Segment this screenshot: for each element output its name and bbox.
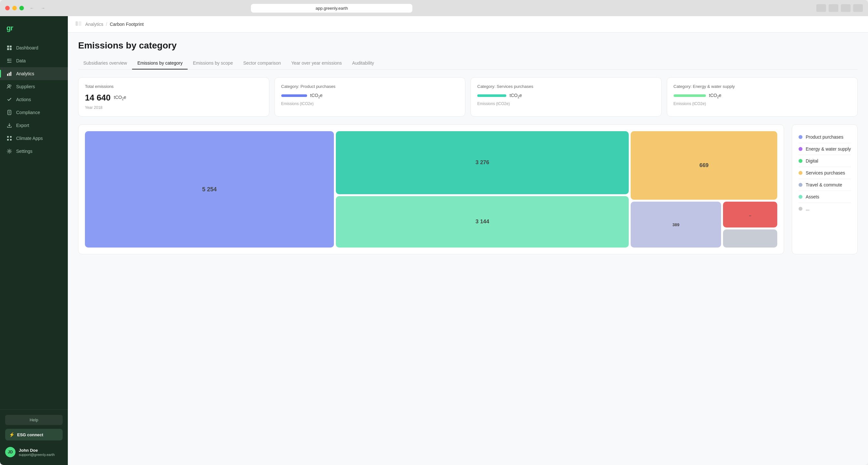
legend-dot-product [799, 135, 802, 139]
browser-titlebar: ← → app.greenly.earth [0, 0, 868, 16]
svg-rect-1 [10, 46, 11, 48]
address-bar[interactable]: app.greenly.earth [251, 4, 412, 12]
sidebar-item-actions[interactable]: Actions [0, 93, 68, 106]
sidebar-item-climate-apps[interactable]: Climate Apps [0, 132, 68, 145]
back-arrow[interactable]: ← [28, 4, 36, 12]
card-total-title: Total emissions [85, 84, 262, 89]
sidebar-item-label: Data [16, 58, 26, 63]
treemap-container: 5 254 3 276 3 144 [78, 124, 784, 254]
sidebar-item-settings[interactable]: Settings [0, 145, 68, 158]
legend-dot-assets [799, 195, 802, 199]
tab-sector[interactable]: Sector comparison [238, 57, 286, 69]
legend-dot-other [799, 207, 802, 211]
tab-subsidiaries[interactable]: Subsidiaries overview [78, 57, 132, 69]
legend-dot-travel [799, 183, 802, 187]
breadcrumb: Analytics / Carbon Footprint [85, 22, 144, 27]
chart-section: 5 254 3 276 3 144 [78, 124, 858, 254]
legend-label-assets: Assets [806, 194, 819, 199]
browser-btn-4[interactable] [853, 4, 863, 12]
tab-by-scope[interactable]: Emissions by scope [188, 57, 238, 69]
sidebar-item-label: Suppliers [16, 84, 35, 89]
card-services-unit: tCO2e [509, 93, 522, 99]
minimize-button[interactable] [12, 6, 17, 10]
forward-arrow[interactable]: → [39, 4, 47, 12]
tab-year-over[interactable]: Year over year emissions [286, 57, 347, 69]
card-total-number: 14 640 [85, 93, 111, 103]
treemap-col3: 669 389 .. [631, 131, 777, 248]
legend-item-assets[interactable]: Assets [799, 191, 851, 203]
maximize-button[interactable] [20, 6, 24, 10]
user-avatar: JD [5, 447, 16, 457]
treemap-cell-teal[interactable]: 3 276 [336, 131, 629, 194]
legend-item-other[interactable]: ... [799, 203, 851, 214]
legend-item-product[interactable]: Product purchases [799, 131, 851, 143]
sidebar-item-label: Compliance [16, 110, 40, 115]
treemap-cell-red[interactable]: .. [723, 202, 777, 228]
legend-label-travel: Travel & commute [806, 182, 842, 187]
sidebar-item-compliance[interactable]: Compliance [0, 106, 68, 119]
svg-rect-6 [10, 72, 11, 76]
svg-rect-14 [10, 136, 11, 138]
esg-connect-banner[interactable]: ⚡ ESG connect [5, 429, 63, 440]
legend-label-energy-water: Energy & water supply [806, 146, 851, 151]
card-value-row: tCO2e [477, 93, 655, 99]
user-section: JD John Doe support@greenly.earth [5, 444, 63, 460]
svg-rect-13 [7, 136, 9, 138]
breadcrumb-parent[interactable]: Analytics [85, 22, 103, 27]
treemap-col1: 5 254 [85, 131, 334, 248]
svg-rect-18 [75, 21, 78, 26]
sidebar-item-suppliers[interactable]: Suppliers [0, 80, 68, 93]
sidebar-item-dashboard[interactable]: Dashboard [0, 41, 68, 54]
treemap-value-yellow: 669 [700, 162, 709, 169]
browser-btn-1[interactable] [816, 4, 826, 12]
sidebar-toggle[interactable] [75, 21, 82, 27]
esg-connect-label: ESG connect [17, 432, 43, 437]
esg-icon: ⚡ [9, 432, 14, 437]
browser-btn-2[interactable] [829, 4, 838, 12]
treemap-cell-lightgreen[interactable]: 3 144 [336, 196, 629, 248]
card-product-bar [281, 94, 307, 97]
treemap-cell-gray[interactable] [723, 229, 777, 248]
apps-icon [6, 136, 12, 141]
legend: Product purchases Energy & water supply … [792, 124, 858, 254]
treemap-value-blue: 5 254 [202, 186, 217, 193]
svg-point-17 [9, 151, 10, 152]
sidebar-item-label: Dashboard [16, 45, 38, 50]
card-energy-unit: tCO2e [709, 93, 721, 99]
compliance-icon [6, 110, 12, 115]
tab-by-category[interactable]: Emissions by category [132, 57, 188, 69]
treemap-cell-blue[interactable]: 5 254 [85, 131, 334, 248]
close-button[interactable] [5, 6, 10, 10]
card-energy-label: Emissions (tCO2e) [674, 101, 851, 106]
treemap-grid: 5 254 3 276 3 144 [85, 131, 777, 248]
legend-dot-energy-water [799, 147, 802, 151]
card-product-unit: tCO2e [310, 93, 322, 99]
card-services-purchases: Category: Services purchases tCO2e Emiss… [470, 77, 662, 117]
sidebar-item-label: Settings [16, 149, 33, 154]
legend-item-travel[interactable]: Travel & commute [799, 179, 851, 191]
actions-icon [6, 97, 12, 103]
card-product-purchases: Category: Product purchases tCO2e Emissi… [275, 77, 466, 117]
card-total-emissions: Total emissions 14 640 tCO2e Year 2018 [78, 77, 269, 117]
help-button[interactable]: Help [5, 415, 63, 425]
treemap-cell-yellow[interactable]: 669 [631, 131, 777, 200]
legend-label-product: Product purchases [806, 135, 843, 140]
treemap-col2: 3 276 3 144 [336, 131, 629, 248]
legend-item-services[interactable]: Services purchases [799, 167, 851, 179]
sidebar-item-data[interactable]: Data [0, 54, 68, 67]
browser-btn-3[interactable] [841, 4, 850, 12]
svg-rect-19 [79, 21, 82, 26]
app-wrapper: gr Dashboard [0, 16, 868, 465]
page-content: Emissions by category Subsidiaries overv… [68, 33, 868, 465]
sidebar-bottom: Help ⚡ ESG connect JD John Doe support@g… [0, 409, 68, 465]
sidebar-item-export[interactable]: Export [0, 119, 68, 132]
breadcrumb-separator: / [106, 22, 107, 27]
card-product-label: Emissions (tCO2e) [281, 101, 459, 106]
legend-item-energy-water[interactable]: Energy & water supply [799, 143, 851, 155]
tab-auditability[interactable]: Auditability [347, 57, 379, 69]
treemap-cell-purple[interactable]: 389 [631, 202, 721, 248]
svg-rect-0 [7, 46, 9, 48]
legend-item-digital[interactable]: Digital [799, 155, 851, 167]
sidebar-item-analytics[interactable]: Analytics [0, 67, 68, 80]
card-services-title: Category: Services purchases [477, 84, 655, 89]
